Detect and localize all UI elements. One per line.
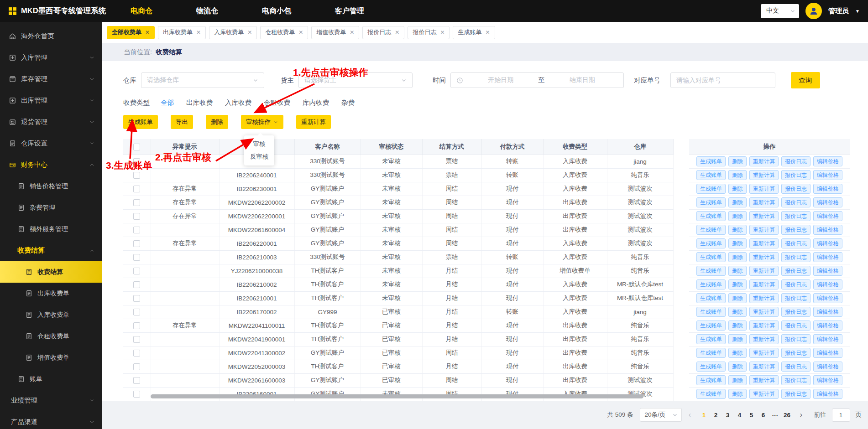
row-checkbox[interactable]: [133, 268, 140, 274]
tab-6[interactable]: 报价日志✕: [362, 26, 404, 39]
order-no-input[interactable]: [670, 72, 775, 88]
row-action-5[interactable]: 编辑价格: [813, 389, 842, 399]
nav-item-3[interactable]: 电商小包: [262, 6, 291, 16]
row-checkbox[interactable]: [133, 199, 140, 206]
audit-dropdown-item-2[interactable]: 反审核: [244, 150, 274, 163]
row-action-1[interactable]: 生成账单: [696, 279, 726, 289]
row-action-3[interactable]: 重新计算: [749, 184, 779, 194]
nav-item-1[interactable]: 电商仓: [131, 6, 152, 16]
row-action-2[interactable]: 删除: [728, 375, 747, 385]
row-action-2[interactable]: 删除: [728, 184, 747, 194]
prev-page-button[interactable]: ‹: [685, 411, 695, 419]
row-checkbox[interactable]: [133, 227, 140, 233]
tab-1[interactable]: 全部收费单✕: [107, 26, 155, 39]
tab-close-icon[interactable]: ✕: [485, 29, 490, 36]
row-action-1[interactable]: 生成账单: [696, 362, 726, 372]
toolbar-button-4[interactable]: 审核操作: [241, 115, 283, 129]
tab-5[interactable]: 增值收费单✕: [311, 26, 359, 39]
page-number-6[interactable]: 6: [758, 412, 769, 419]
row-action-2[interactable]: 删除: [728, 266, 747, 276]
row-action-4[interactable]: 报价日志: [781, 307, 810, 317]
toolbar-button-5[interactable]: 重新计算: [296, 115, 331, 129]
row-action-1[interactable]: 生成账单: [696, 197, 726, 207]
row-action-2[interactable]: 删除: [728, 197, 747, 207]
row-action-2[interactable]: 删除: [728, 389, 747, 399]
row-action-3[interactable]: 重新计算: [749, 211, 779, 221]
row-checkbox[interactable]: [133, 391, 140, 398]
row-action-1[interactable]: 生成账单: [696, 320, 726, 331]
row-checkbox[interactable]: [133, 240, 140, 247]
row-action-3[interactable]: 重新计算: [749, 252, 779, 262]
row-action-1[interactable]: 生成账单: [696, 225, 726, 235]
row-action-1[interactable]: 生成账单: [696, 334, 726, 344]
row-action-1[interactable]: 生成账单: [696, 170, 726, 180]
row-action-2[interactable]: 删除: [728, 362, 747, 372]
row-action-3[interactable]: 重新计算: [749, 320, 779, 331]
fee-type-option-6[interactable]: 杂费: [341, 98, 355, 107]
tab-close-icon[interactable]: ✕: [395, 29, 399, 36]
sidebar-item-3[interactable]: 出库管理: [0, 90, 102, 111]
sidebar-item-0[interactable]: 海外仓首页: [0, 26, 102, 47]
row-action-5[interactable]: 编辑价格: [813, 307, 842, 317]
row-action-4[interactable]: 报价日志: [781, 156, 810, 166]
fee-type-option-2[interactable]: 出库收费: [186, 98, 213, 107]
row-action-4[interactable]: 报价日志: [781, 225, 810, 235]
page-number-2[interactable]: 2: [710, 412, 722, 419]
tab-4[interactable]: 仓租收费单✕: [260, 26, 308, 39]
nav-item-4[interactable]: 客户管理: [335, 6, 364, 16]
sidebar-item-13[interactable]: 入库收费单: [0, 304, 102, 326]
row-action-1[interactable]: 生成账单: [696, 293, 726, 303]
row-action-5[interactable]: 编辑价格: [813, 293, 842, 303]
sidebar-item-9[interactable]: 额外服务管理: [0, 218, 102, 240]
next-page-button[interactable]: ›: [796, 411, 807, 419]
row-action-4[interactable]: 报价日志: [781, 293, 810, 303]
row-action-4[interactable]: 报价日志: [781, 320, 810, 331]
row-action-5[interactable]: 编辑价格: [813, 348, 842, 358]
row-action-4[interactable]: 报价日志: [781, 170, 810, 180]
row-action-1[interactable]: 生成账单: [696, 156, 726, 166]
fee-type-option-5[interactable]: 库内收费: [303, 98, 329, 107]
row-action-5[interactable]: 编辑价格: [813, 197, 842, 207]
sidebar-item-1[interactable]: 入库管理: [0, 47, 102, 68]
row-action-2[interactable]: 删除: [728, 238, 747, 248]
fee-type-option-3[interactable]: 入库收费: [225, 98, 251, 107]
page-number-4[interactable]: 4: [734, 412, 746, 419]
row-checkbox[interactable]: [133, 336, 140, 343]
row-action-5[interactable]: 编辑价格: [813, 252, 842, 262]
sidebar-item-17[interactable]: 业绩管理: [0, 390, 102, 411]
row-action-5[interactable]: 编辑价格: [813, 225, 842, 235]
row-action-3[interactable]: 重新计算: [749, 266, 779, 276]
tab-7[interactable]: 报价日志✕: [408, 26, 450, 39]
row-checkbox[interactable]: [133, 254, 140, 261]
tab-close-icon[interactable]: ✕: [298, 29, 303, 36]
row-checkbox[interactable]: [133, 322, 140, 329]
row-action-5[interactable]: 编辑价格: [813, 170, 842, 180]
sidebar-item-10[interactable]: 收费结算: [0, 240, 102, 261]
row-action-4[interactable]: 报价日志: [781, 211, 810, 221]
sidebar-item-16[interactable]: 账单: [0, 368, 102, 390]
row-action-1[interactable]: 生成账单: [696, 238, 726, 248]
row-action-2[interactable]: 删除: [728, 293, 747, 303]
page-ellipsis[interactable]: ···: [769, 412, 781, 419]
row-action-4[interactable]: 报价日志: [781, 184, 810, 194]
row-action-3[interactable]: 重新计算: [749, 238, 779, 248]
row-checkbox[interactable]: [133, 350, 140, 357]
tab-close-icon[interactable]: ✕: [145, 29, 150, 36]
sidebar-item-6[interactable]: 财务中心: [0, 154, 102, 176]
sidebar-item-2[interactable]: 库存管理: [0, 68, 102, 90]
row-action-1[interactable]: 生成账单: [696, 252, 726, 262]
fee-type-option-1[interactable]: 全部: [161, 98, 174, 107]
audit-dropdown-item-1[interactable]: 审核: [244, 138, 274, 150]
tab-8[interactable]: 生成账单✕: [453, 26, 495, 39]
row-action-3[interactable]: 重新计算: [749, 170, 779, 180]
row-action-5[interactable]: 编辑价格: [813, 375, 842, 385]
row-checkbox[interactable]: [133, 186, 140, 192]
row-action-2[interactable]: 删除: [728, 348, 747, 358]
row-action-3[interactable]: 重新计算: [749, 348, 779, 358]
toolbar-button-2[interactable]: 导出: [171, 115, 193, 129]
tab-close-icon[interactable]: ✕: [196, 29, 201, 36]
user-name[interactable]: 管理员: [828, 7, 849, 16]
sidebar-item-12[interactable]: 出库收费单: [0, 283, 102, 304]
row-action-5[interactable]: 编辑价格: [813, 320, 842, 331]
row-checkbox[interactable]: [133, 295, 140, 302]
